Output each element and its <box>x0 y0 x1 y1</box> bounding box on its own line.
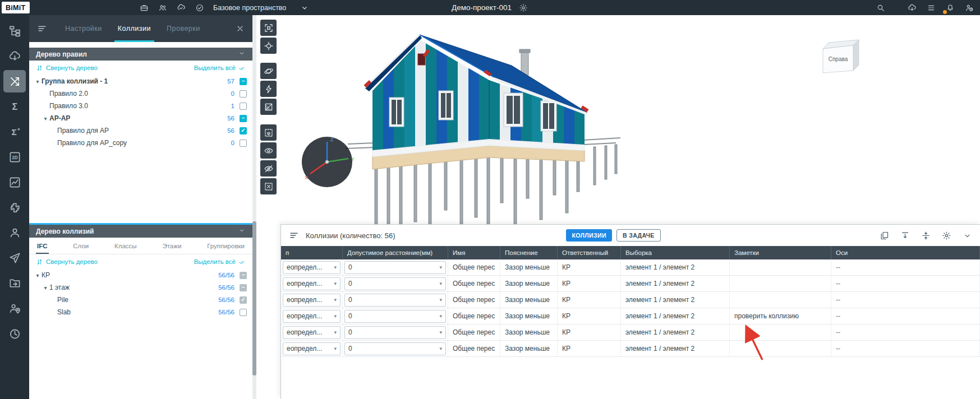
tree-node-checkbox[interactable] <box>240 140 247 147</box>
projects-icon[interactable] <box>139 3 149 13</box>
subtab-группировки[interactable]: Группировки <box>203 238 249 254</box>
tree-node-checkbox[interactable] <box>240 103 247 110</box>
distance-dropdown[interactable]: 0▾ <box>344 294 446 307</box>
cell-notes[interactable]: проверить коллизию <box>730 308 831 324</box>
subtab-этажи[interactable]: Этажи <box>158 238 186 254</box>
distance-dropdown[interactable]: 0▾ <box>344 261 446 274</box>
tree-node[interactable]: Правило 2.00 <box>29 87 252 100</box>
cell-notes[interactable] <box>730 324 831 340</box>
cell-notes[interactable] <box>730 276 831 291</box>
collapse-panel-icon[interactable] <box>962 230 972 240</box>
notifications-icon[interactable] <box>945 3 955 13</box>
column-header[interactable]: Заметки <box>730 246 831 259</box>
subtab-классы[interactable]: Классы <box>110 238 141 254</box>
distance-dropdown[interactable]: 0▾ <box>344 310 446 323</box>
tree-node-checkbox[interactable]: – <box>240 284 247 291</box>
sidebar-item-export[interactable] <box>3 272 26 294</box>
rules-tree-header[interactable]: Дерево правил <box>29 48 252 61</box>
sidebar-item-calculations[interactable]: Σ <box>3 95 26 118</box>
type-dropdown[interactable]: еопредел...▾ <box>283 310 341 323</box>
tree-node-checkbox[interactable]: – <box>240 78 247 85</box>
cell-notes[interactable] <box>730 292 831 308</box>
distance-dropdown[interactable]: 0▾ <box>344 277 446 290</box>
tree-node[interactable]: ▾АР-АР56– <box>29 112 252 124</box>
tree-node[interactable]: ▾Группа коллизий - 157– <box>29 75 252 87</box>
sidebar-item-model-tree[interactable] <box>3 20 26 42</box>
viewport-tool-show[interactable] <box>260 142 277 159</box>
expander-icon[interactable]: ▾ <box>42 285 49 291</box>
sidebar-item-calculations-add[interactable]: Σ+ <box>3 120 26 143</box>
workspace-selector[interactable]: Базовое пространство <box>213 0 310 15</box>
type-dropdown[interactable]: еопредел...▾ <box>283 342 341 355</box>
tree-node-checkbox[interactable] <box>240 309 247 316</box>
cloud-sync-icon[interactable] <box>176 3 186 13</box>
cell-notes[interactable] <box>730 259 831 275</box>
user-session-icon[interactable] <box>964 3 974 13</box>
type-dropdown[interactable]: еопредел...▾ <box>283 277 341 290</box>
tree-node[interactable]: Правило для АР_copy0 <box>29 137 252 149</box>
tree-node-checkbox[interactable] <box>240 90 247 98</box>
search-icon[interactable] <box>876 3 886 13</box>
project-settings-icon[interactable] <box>518 3 528 13</box>
tree-node-checkbox[interactable]: ✓ <box>240 127 247 134</box>
viewport-tool-quick-clash[interactable] <box>260 81 277 97</box>
cell-notes[interactable] <box>730 341 831 356</box>
collision-row[interactable]: еопредел...▾0▾Общее пересЗазор меньшеКРэ… <box>281 341 980 357</box>
sidebar-item-user-location[interactable] <box>3 297 26 319</box>
collision-row[interactable]: еопредел...▾0▾Общее пересЗазор меньшеКРэ… <box>281 292 980 308</box>
select-all-link[interactable]: Выделить всё <box>194 64 246 72</box>
column-header[interactable]: Выборка <box>621 246 730 259</box>
tree-node-checkbox[interactable]: – <box>240 115 247 122</box>
subtab-ifc[interactable]: IFC <box>33 238 52 254</box>
tab-настройки[interactable]: Настройки <box>57 15 110 42</box>
tab-проверки[interactable]: Проверки <box>159 15 208 42</box>
select-all-link[interactable]: Выделить всё <box>194 258 246 266</box>
view-button-in-task[interactable]: В ЗАДАЧЕ <box>616 229 661 242</box>
sidebar-item-tasks[interactable] <box>3 247 26 269</box>
tree-node[interactable]: Pile56/56✓ <box>29 294 252 306</box>
viewport-tool-fit-view[interactable] <box>260 20 277 36</box>
sidebar-item-drawings-2d[interactable]: 2D <box>3 146 26 168</box>
tree-node-checkbox[interactable]: ✓ <box>240 296 247 304</box>
tree-node[interactable]: Правило 3.01 <box>29 100 252 112</box>
tree-node-checkbox[interactable]: – <box>240 272 247 279</box>
panel-close-icon[interactable] <box>236 24 245 33</box>
sidebar-item-plugins[interactable] <box>3 196 26 219</box>
collisions-tree-header[interactable]: Дерево коллизий <box>29 225 252 238</box>
column-header[interactable]: Ответственный <box>558 246 621 259</box>
viewport-tool-section[interactable] <box>260 99 277 115</box>
tree-node[interactable]: Slab56/56 <box>29 306 252 318</box>
viewport-tool-selection-box[interactable] <box>260 124 277 141</box>
menu-list-icon[interactable] <box>926 3 936 13</box>
export-down-icon[interactable] <box>900 230 910 240</box>
collapse-tree-link[interactable]: Свернуть дерево <box>36 258 98 266</box>
table-settings-icon[interactable] <box>941 230 951 240</box>
fit-rows-icon[interactable] <box>921 230 931 240</box>
expander-icon[interactable]: ▾ <box>34 272 42 279</box>
panel-menu-icon[interactable] <box>289 230 299 240</box>
sidebar-item-users[interactable] <box>3 221 26 244</box>
collision-row[interactable]: еопредел...▾0▾Общее пересЗазор меньшеКРэ… <box>281 259 980 276</box>
tree-node[interactable]: Правило для АР56✓ <box>29 124 252 137</box>
type-dropdown[interactable]: еопредел...▾ <box>283 294 341 307</box>
column-header[interactable]: Оси <box>831 246 980 259</box>
orientation-gizmo[interactable]: Z Y X <box>302 137 355 187</box>
expander-icon[interactable]: ▾ <box>34 78 42 85</box>
viewport-tool-hide[interactable] <box>260 160 277 177</box>
panel-menu-icon[interactable] <box>37 24 47 34</box>
view-cube[interactable]: Справа <box>823 40 859 73</box>
sidebar-item-collisions[interactable] <box>3 70 26 92</box>
distance-dropdown[interactable]: 0▾ <box>344 326 446 339</box>
tree-node[interactable]: ▾1 этаж56/56– <box>29 281 252 294</box>
subtab-слои[interactable]: Слои <box>68 238 93 254</box>
sidebar-item-charts[interactable] <box>3 171 26 193</box>
expander-icon[interactable]: ▾ <box>42 115 49 122</box>
cloud-download-icon[interactable] <box>907 3 917 13</box>
type-dropdown[interactable]: еопредел...▾ <box>283 261 341 274</box>
view-button-collisions[interactable]: КОЛЛИЗИИ <box>566 229 611 242</box>
checks-done-icon[interactable] <box>195 3 205 13</box>
collision-row[interactable]: еопредел...▾0▾Общее пересЗазор меньшеКРэ… <box>281 308 980 324</box>
sidebar-item-history[interactable] <box>3 322 26 345</box>
viewport-tool-clear-isolation[interactable] <box>260 178 277 194</box>
collision-row[interactable]: еопредел...▾0▾Общее пересЗазор меньшеКРэ… <box>281 276 980 292</box>
